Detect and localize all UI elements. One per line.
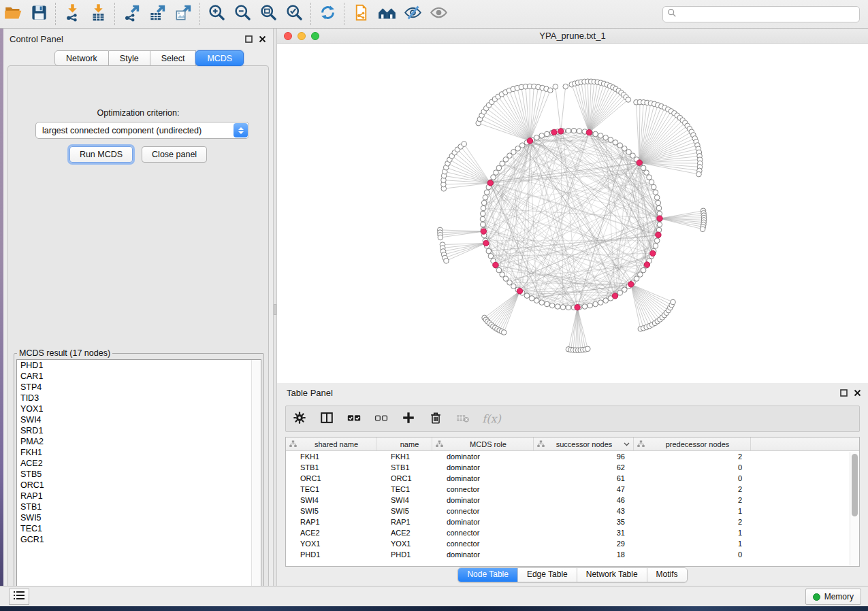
- graph-node[interactable]: [529, 296, 534, 301]
- close-panel-icon[interactable]: [854, 387, 861, 399]
- splitter-grip-icon[interactable]: [274, 304, 276, 315]
- graph-node[interactable]: [480, 222, 485, 227]
- cell-successor-nodes[interactable]: 35: [534, 516, 634, 527]
- cell-successor-nodes[interactable]: 18: [534, 549, 634, 560]
- deselect-all-button[interactable]: [368, 408, 395, 431]
- table-row[interactable]: YOX1YOX1connector291: [286, 538, 859, 549]
- mcds-result-item[interactable]: GCR1: [17, 534, 261, 545]
- cell-successor-nodes[interactable]: 62: [534, 462, 634, 473]
- table-row[interactable]: PHD1PHD1dominator180: [286, 549, 859, 560]
- cell-successor-nodes[interactable]: 46: [534, 495, 634, 506]
- tab-style[interactable]: Style: [109, 50, 150, 66]
- cell-successor-nodes[interactable]: 31: [534, 527, 634, 538]
- graph-node[interactable]: [617, 143, 623, 148]
- tab-node-table[interactable]: Node Table: [458, 568, 517, 582]
- mcds-result-item[interactable]: SWI4: [17, 414, 261, 425]
- cell-name[interactable]: FKH1: [376, 451, 432, 462]
- table-row[interactable]: TEC1TEC1connector472: [286, 484, 859, 495]
- cell-shared-name[interactable]: SWI5: [286, 506, 376, 516]
- mcds-result-item[interactable]: SWI5: [17, 512, 261, 523]
- mcds-result-item[interactable]: SRD1: [17, 425, 261, 436]
- graph-hub-node[interactable]: [650, 250, 656, 256]
- graph-leaf-node[interactable]: [585, 346, 591, 352]
- graph-leaf-node[interactable]: [462, 142, 467, 147]
- table-row[interactable]: STB1STB1dominator620: [286, 462, 859, 473]
- graph-hub-node[interactable]: [575, 305, 580, 310]
- cell-predecessor-nodes[interactable]: 2: [634, 495, 751, 506]
- cell-successor-nodes[interactable]: 29: [534, 538, 634, 549]
- cell-shared-name[interactable]: RAP1: [286, 516, 376, 527]
- mcds-result-item[interactable]: STB5: [17, 469, 261, 480]
- graph-node[interactable]: [545, 131, 550, 137]
- graph-hub-node[interactable]: [487, 180, 493, 186]
- cell-successor-nodes[interactable]: 96: [534, 451, 634, 462]
- cell-name[interactable]: SWI4: [376, 495, 432, 506]
- graph-hub-node[interactable]: [586, 130, 592, 135]
- graph-node[interactable]: [593, 131, 598, 137]
- graph-leaf-node[interactable]: [626, 97, 631, 103]
- graph-leaf-node[interactable]: [696, 171, 702, 177]
- cell-MCDS-role[interactable]: connector: [432, 538, 534, 549]
- graph-node[interactable]: [500, 161, 505, 167]
- window-close-icon[interactable]: [284, 32, 292, 40]
- cell-shared-name[interactable]: TEC1: [286, 484, 376, 495]
- graph-node[interactable]: [654, 238, 660, 244]
- mcds-result-item[interactable]: CAR1: [17, 371, 261, 382]
- graph-node[interactable]: [644, 170, 649, 176]
- search-input[interactable]: [677, 10, 859, 19]
- cell-shared-name[interactable]: PHD1: [286, 549, 376, 560]
- cell-name[interactable]: SWI5: [376, 506, 432, 516]
- graph-leaf-node[interactable]: [444, 259, 449, 264]
- cell-shared-name[interactable]: FKH1: [286, 451, 376, 462]
- cell-MCDS-role[interactable]: connector: [432, 506, 534, 516]
- graph-node[interactable]: [555, 304, 560, 310]
- float-panel-icon[interactable]: [245, 33, 253, 46]
- search-box[interactable]: [662, 6, 860, 22]
- table-row[interactable]: ACE2ACE2connector311: [286, 527, 859, 538]
- cell-predecessor-nodes[interactable]: 0: [634, 473, 751, 484]
- graph-leaf-node[interactable]: [501, 330, 507, 335]
- graph-node[interactable]: [656, 205, 662, 211]
- cell-MCDS-role[interactable]: dominator: [432, 473, 534, 484]
- cell-predecessor-nodes[interactable]: 2: [634, 516, 751, 527]
- graph-node[interactable]: [481, 200, 487, 205]
- list-scrollbar[interactable]: [251, 360, 261, 598]
- mcds-result-item[interactable]: YOX1: [17, 403, 261, 414]
- tab-network-table[interactable]: Network Table: [577, 568, 647, 582]
- scrollbar-thumb[interactable]: [852, 454, 858, 516]
- graph-node[interactable]: [560, 305, 566, 310]
- tab-mcds[interactable]: MCDS: [195, 50, 244, 66]
- graph-node[interactable]: [656, 200, 661, 205]
- zoom-out-button[interactable]: [229, 2, 255, 27]
- graph-node[interactable]: [511, 284, 517, 289]
- window-maximize-icon[interactable]: [311, 32, 319, 40]
- mcds-result-item[interactable]: ORC1: [17, 480, 261, 491]
- cell-MCDS-role[interactable]: dominator: [432, 549, 534, 560]
- column-header-MCDS-role[interactable]: MCDS role: [432, 437, 534, 450]
- graph-node[interactable]: [480, 211, 485, 216]
- graph-node[interactable]: [577, 129, 582, 134]
- graph-node[interactable]: [534, 298, 540, 303]
- graph-node[interactable]: [622, 146, 628, 152]
- column-header-name[interactable]: name: [376, 437, 432, 450]
- export-image-button[interactable]: [170, 2, 196, 27]
- graph-node[interactable]: [515, 146, 521, 152]
- zoom-fit-button[interactable]: [255, 2, 281, 27]
- cell-predecessor-nodes[interactable]: 1: [634, 538, 751, 549]
- zoom-in-button[interactable]: [204, 2, 229, 27]
- graph-node[interactable]: [534, 135, 540, 141]
- graph-node[interactable]: [480, 216, 485, 222]
- tab-edge-table[interactable]: Edge Table: [517, 568, 577, 582]
- mcds-result-item[interactable]: STB1: [17, 501, 261, 512]
- graph-hub-node[interactable]: [481, 229, 486, 234]
- graph-hub-node[interactable]: [628, 282, 634, 287]
- graph-node[interactable]: [571, 128, 577, 133]
- graph-node[interactable]: [617, 291, 623, 296]
- mcds-result-item[interactable]: TEC1: [17, 523, 261, 534]
- cell-successor-nodes[interactable]: 47: [534, 484, 634, 495]
- graph-node[interactable]: [638, 272, 643, 278]
- node-table[interactable]: shared namenameMCDS rolesuccessor nodesp…: [285, 437, 860, 567]
- cell-shared-name[interactable]: SWI4: [286, 495, 376, 506]
- cell-successor-nodes[interactable]: 43: [534, 506, 634, 516]
- cell-name[interactable]: PHD1: [376, 549, 432, 560]
